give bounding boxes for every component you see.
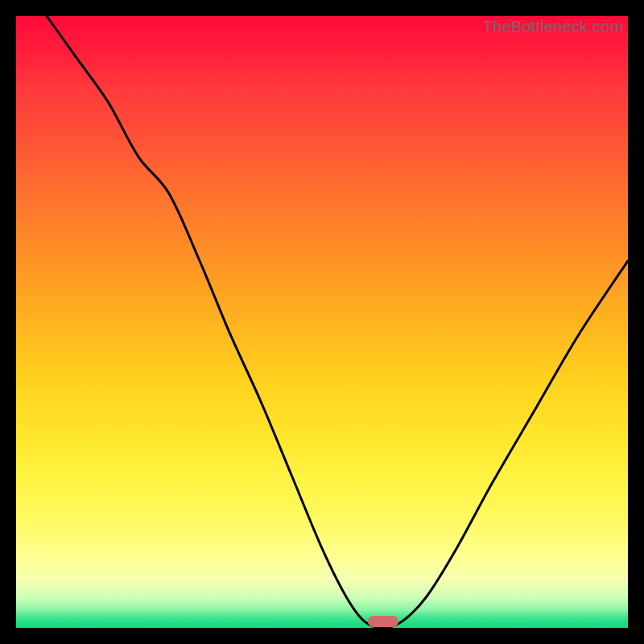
plot-area: TheBottleneck.com [16,16,628,628]
bottleneck-curve [16,16,628,628]
watermark-text: TheBottleneck.com [482,18,623,36]
chart-frame: TheBottleneck.com [0,0,644,644]
optimum-marker [368,616,398,627]
curve-path [47,16,628,628]
